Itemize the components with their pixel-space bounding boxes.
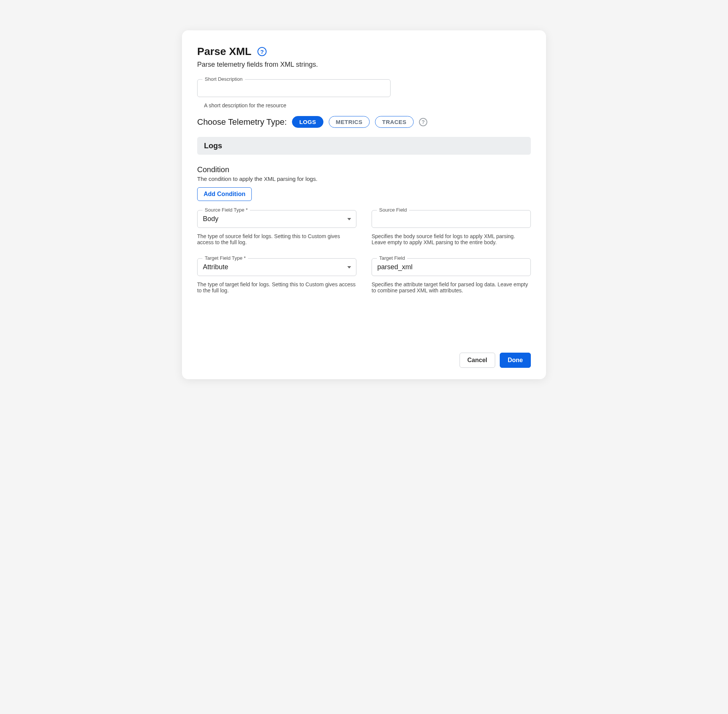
- source-field-type-col: Source Field Type * Body The type of sou…: [197, 210, 356, 254]
- source-field-col: Source Field Specifies the body source f…: [372, 210, 531, 254]
- telemetry-pill-logs[interactable]: LOGS: [292, 116, 323, 128]
- target-field-type-col: Target Field Type * Attribute The type o…: [197, 258, 356, 303]
- target-field-type-select[interactable]: Attribute: [197, 258, 356, 276]
- short-description-field: Short Description: [197, 79, 531, 97]
- source-field-type-label: Source Field Type *: [202, 207, 250, 213]
- add-condition-button[interactable]: Add Condition: [197, 187, 252, 201]
- header-row: Parse XML ?: [197, 46, 531, 58]
- page-subtitle: Parse telemetry fields from XML strings.: [197, 61, 531, 69]
- source-field-input[interactable]: [372, 210, 531, 228]
- condition-sub: The condition to apply the XML parsing f…: [197, 176, 531, 182]
- short-description-label: Short Description: [202, 76, 245, 82]
- telemetry-pill-traces[interactable]: TRACES: [375, 116, 414, 128]
- target-field-col: Target Field Specifies the attribute tar…: [372, 258, 531, 303]
- section-title-bar: Logs: [197, 137, 531, 155]
- telemetry-pill-metrics[interactable]: METRICS: [329, 116, 370, 128]
- source-field-label: Source Field: [377, 207, 409, 213]
- condition-heading: Condition: [197, 165, 531, 174]
- dialog-footer: Cancel Done: [197, 345, 531, 368]
- telemetry-type-row: Choose Telemetry Type: LOGS METRICS TRAC…: [197, 116, 531, 128]
- source-field-type-helper: The type of source field for logs. Setti…: [197, 233, 356, 245]
- telemetry-help-icon[interactable]: ?: [419, 118, 427, 126]
- page-title: Parse XML: [197, 46, 251, 58]
- dialog-card: Parse XML ? Parse telemetry fields from …: [182, 30, 546, 379]
- target-field-input[interactable]: [372, 258, 531, 276]
- target-field-label: Target Field: [377, 255, 407, 261]
- source-field-type-select[interactable]: Body: [197, 210, 356, 228]
- short-description-input[interactable]: [197, 79, 391, 97]
- target-field-type-label: Target Field Type *: [202, 255, 248, 261]
- target-field-helper: Specifies the attribute target field for…: [372, 281, 531, 293]
- fields-grid-row1: Source Field Type * Body The type of sou…: [197, 210, 531, 254]
- fields-grid-row2: Target Field Type * Attribute The type o…: [197, 258, 531, 303]
- telemetry-type-label: Choose Telemetry Type:: [197, 117, 287, 127]
- done-button[interactable]: Done: [500, 353, 531, 368]
- target-field-type-helper: The type of target field for logs. Setti…: [197, 281, 356, 293]
- help-icon[interactable]: ?: [257, 47, 267, 56]
- short-description-helper: A short description for the resource: [204, 102, 531, 108]
- cancel-button[interactable]: Cancel: [460, 353, 495, 368]
- condition-section: Condition The condition to apply the XML…: [197, 165, 531, 210]
- source-field-helper: Specifies the body source field for logs…: [372, 233, 531, 245]
